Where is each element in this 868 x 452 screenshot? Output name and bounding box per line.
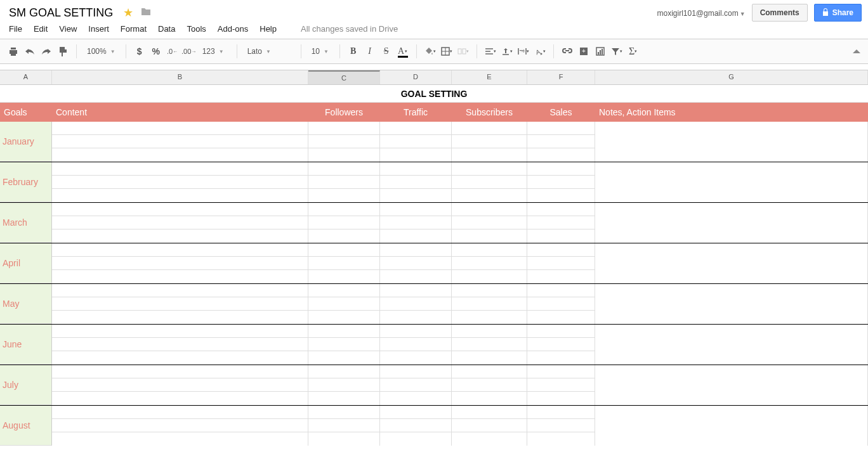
cell[interactable] (452, 311, 527, 324)
cell[interactable] (527, 243, 595, 257)
cell[interactable] (308, 270, 380, 283)
cell[interactable] (52, 311, 308, 324)
cell[interactable] (452, 216, 527, 229)
menu-format[interactable]: Format (121, 23, 147, 35)
cell[interactable] (380, 365, 452, 378)
cell[interactable] (52, 432, 308, 446)
cell[interactable] (380, 284, 452, 297)
paint-format-icon[interactable] (56, 43, 70, 60)
cell[interactable] (308, 189, 380, 202)
cell[interactable] (380, 351, 452, 365)
fill-color-icon[interactable]: ▾ (423, 43, 437, 60)
functions-icon[interactable]: Σ▾ (626, 43, 640, 60)
cell[interactable] (380, 135, 452, 148)
notes-cell[interactable] (595, 122, 868, 162)
cell[interactable] (452, 148, 527, 162)
cell[interactable] (308, 311, 380, 324)
cell[interactable] (452, 270, 527, 283)
merge-cells-icon[interactable]: ▾ (456, 43, 470, 60)
cell[interactable] (308, 338, 380, 351)
horizontal-align-icon[interactable]: ▾ (483, 43, 497, 60)
cell[interactable] (452, 365, 527, 378)
redo-icon[interactable] (39, 43, 53, 60)
header-subscribers[interactable]: Subscribers (452, 103, 527, 122)
folder-icon[interactable] (141, 7, 151, 18)
cell[interactable] (452, 257, 527, 270)
cell[interactable] (452, 351, 527, 365)
cell[interactable] (52, 378, 308, 392)
cell[interactable] (308, 243, 380, 257)
cell[interactable] (308, 392, 380, 405)
cell[interactable] (52, 338, 308, 351)
font-select[interactable]: Lato▼ (244, 47, 294, 56)
column-header-f[interactable]: F (527, 70, 595, 84)
menu-file[interactable]: File (9, 23, 22, 35)
month-label[interactable]: August (0, 406, 52, 446)
cell[interactable] (452, 338, 527, 351)
cell[interactable] (308, 176, 380, 189)
cell[interactable] (452, 325, 527, 338)
comments-button[interactable]: Comments (752, 4, 808, 22)
cell[interactable] (527, 176, 595, 189)
comment-icon[interactable]: + (577, 43, 591, 60)
cell[interactable] (527, 257, 595, 270)
cell[interactable] (452, 189, 527, 202)
cell[interactable] (452, 419, 527, 432)
cell[interactable] (52, 406, 308, 419)
cell[interactable] (527, 297, 595, 311)
cell[interactable] (308, 257, 380, 270)
cell[interactable] (380, 270, 452, 283)
cell[interactable] (308, 135, 380, 148)
cell[interactable] (52, 162, 308, 176)
menu-insert[interactable]: Insert (88, 23, 109, 35)
cell[interactable] (452, 432, 527, 446)
cell[interactable] (308, 406, 380, 419)
cell[interactable] (52, 135, 308, 148)
notes-cell[interactable] (595, 162, 868, 202)
cell[interactable] (380, 243, 452, 257)
column-header-g[interactable]: G (595, 70, 868, 84)
cell[interactable] (380, 122, 452, 135)
cell[interactable] (527, 203, 595, 216)
cell[interactable] (380, 406, 452, 419)
cell[interactable] (380, 325, 452, 338)
cell[interactable] (52, 257, 308, 270)
cell[interactable] (308, 325, 380, 338)
cell[interactable] (380, 216, 452, 229)
font-size-select[interactable]: 10▼ (308, 47, 333, 56)
notes-cell[interactable] (595, 284, 868, 324)
cell[interactable] (527, 406, 595, 419)
cell[interactable] (308, 216, 380, 229)
cell[interactable] (452, 284, 527, 297)
cell[interactable] (527, 148, 595, 162)
vertical-align-icon[interactable]: ▾ (500, 43, 514, 60)
header-content[interactable]: Content (52, 103, 308, 122)
cell[interactable] (308, 229, 380, 243)
strikethrough-icon[interactable]: S (379, 43, 393, 60)
cell[interactable] (527, 216, 595, 229)
cell[interactable] (308, 365, 380, 378)
month-label[interactable]: March (0, 203, 52, 243)
cell[interactable] (452, 392, 527, 405)
cell[interactable] (52, 351, 308, 365)
cell[interactable] (52, 325, 308, 338)
cell[interactable] (380, 378, 452, 392)
notes-cell[interactable] (595, 325, 868, 365)
spreadsheet-grid[interactable]: GOAL SETTING Goals Content Followers Tra… (0, 85, 868, 446)
cell[interactable] (452, 162, 527, 176)
column-header-b[interactable]: B (52, 70, 308, 84)
zoom-select[interactable]: 100%▼ (83, 47, 119, 56)
cell[interactable] (527, 338, 595, 351)
cell[interactable] (308, 122, 380, 135)
header-notes[interactable]: Notes, Action Items (595, 103, 868, 122)
cell[interactable] (527, 162, 595, 176)
sheet-title-cell[interactable]: GOAL SETTING (0, 85, 868, 103)
cell[interactable] (52, 203, 308, 216)
month-label[interactable]: January (0, 122, 52, 162)
cell[interactable] (308, 351, 380, 365)
month-label[interactable]: July (0, 365, 52, 405)
cell[interactable] (52, 189, 308, 202)
menu-help[interactable]: Help (260, 23, 277, 35)
cell[interactable] (52, 148, 308, 162)
cell[interactable] (527, 351, 595, 365)
